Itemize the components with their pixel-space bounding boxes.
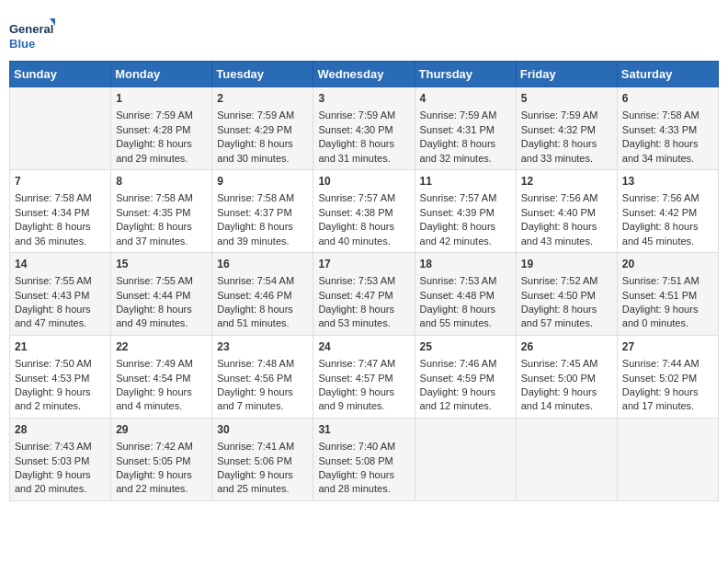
day-number: 26: [521, 339, 612, 355]
calendar-cell: 19Sunrise: 7:52 AM Sunset: 4:50 PM Dayli…: [516, 252, 617, 335]
day-info: Sunrise: 7:46 AM Sunset: 4:59 PM Dayligh…: [420, 357, 511, 414]
weekday-header-tuesday: Tuesday: [212, 62, 313, 87]
calendar-cell: 11Sunrise: 7:57 AM Sunset: 4:39 PM Dayli…: [415, 169, 516, 252]
weekday-header-row: SundayMondayTuesdayWednesdayThursdayFrid…: [10, 62, 719, 87]
weekday-header-thursday: Thursday: [415, 62, 516, 87]
day-number: 15: [116, 257, 207, 272]
day-info: Sunrise: 7:58 AM Sunset: 4:37 PM Dayligh…: [217, 191, 308, 248]
calendar-cell: 29Sunrise: 7:42 AM Sunset: 5:05 PM Dayli…: [111, 418, 212, 500]
calendar-cell: 30Sunrise: 7:41 AM Sunset: 5:06 PM Dayli…: [212, 418, 313, 500]
calendar-cell: 22Sunrise: 7:49 AM Sunset: 4:54 PM Dayli…: [111, 335, 212, 418]
day-number: 14: [15, 257, 106, 272]
day-info: Sunrise: 7:42 AM Sunset: 5:05 PM Dayligh…: [116, 440, 207, 497]
calendar-cell: 1Sunrise: 7:59 AM Sunset: 4:28 PM Daylig…: [111, 87, 212, 170]
calendar-cell: [415, 418, 516, 500]
logo-svg: General Blue: [9, 17, 55, 53]
weekday-header-friday: Friday: [516, 62, 617, 87]
day-number: 18: [420, 257, 511, 272]
day-number: 6: [622, 91, 713, 107]
day-info: Sunrise: 7:59 AM Sunset: 4:30 PM Dayligh…: [318, 109, 409, 166]
calendar-cell: 15Sunrise: 7:55 AM Sunset: 4:44 PM Dayli…: [111, 252, 212, 335]
day-number: 21: [15, 339, 106, 355]
day-info: Sunrise: 7:58 AM Sunset: 4:33 PM Dayligh…: [622, 109, 713, 166]
calendar-cell: 2Sunrise: 7:59 AM Sunset: 4:29 PM Daylig…: [212, 87, 313, 170]
day-number: 16: [217, 257, 308, 272]
day-number: 30: [217, 422, 308, 438]
weekday-header-wednesday: Wednesday: [313, 62, 415, 87]
calendar-cell: 28Sunrise: 7:43 AM Sunset: 5:03 PM Dayli…: [10, 418, 111, 500]
day-info: Sunrise: 7:51 AM Sunset: 4:51 PM Dayligh…: [622, 274, 713, 331]
day-info: Sunrise: 7:59 AM Sunset: 4:29 PM Dayligh…: [217, 109, 308, 166]
day-info: Sunrise: 7:44 AM Sunset: 5:02 PM Dayligh…: [622, 357, 713, 414]
week-row-5: 28Sunrise: 7:43 AM Sunset: 5:03 PM Dayli…: [10, 418, 719, 500]
day-number: 28: [15, 422, 106, 438]
day-number: 8: [116, 174, 207, 190]
day-number: 27: [622, 339, 713, 355]
calendar-cell: 13Sunrise: 7:56 AM Sunset: 4:42 PM Dayli…: [617, 169, 718, 252]
day-info: Sunrise: 7:59 AM Sunset: 4:32 PM Dayligh…: [521, 109, 612, 166]
day-number: 10: [318, 174, 409, 190]
week-row-4: 21Sunrise: 7:50 AM Sunset: 4:53 PM Dayli…: [10, 335, 719, 418]
calendar-cell: 14Sunrise: 7:55 AM Sunset: 4:43 PM Dayli…: [10, 252, 111, 335]
day-info: Sunrise: 7:59 AM Sunset: 4:28 PM Dayligh…: [116, 109, 207, 166]
page-header: General Blue: [9, 9, 719, 53]
day-number: 13: [622, 174, 713, 190]
day-info: Sunrise: 7:56 AM Sunset: 4:40 PM Dayligh…: [521, 191, 612, 248]
calendar-cell: [516, 418, 617, 500]
calendar-cell: 21Sunrise: 7:50 AM Sunset: 4:53 PM Dayli…: [10, 335, 111, 418]
day-info: Sunrise: 7:55 AM Sunset: 4:43 PM Dayligh…: [15, 274, 106, 331]
svg-text:Blue: Blue: [9, 37, 35, 51]
calendar-cell: 25Sunrise: 7:46 AM Sunset: 4:59 PM Dayli…: [415, 335, 516, 418]
calendar-cell: 16Sunrise: 7:54 AM Sunset: 4:46 PM Dayli…: [212, 252, 313, 335]
calendar-cell: 5Sunrise: 7:59 AM Sunset: 4:32 PM Daylig…: [516, 87, 617, 170]
day-info: Sunrise: 7:58 AM Sunset: 4:34 PM Dayligh…: [15, 191, 106, 248]
day-number: 7: [15, 174, 106, 190]
calendar-cell: 4Sunrise: 7:59 AM Sunset: 4:31 PM Daylig…: [415, 87, 516, 170]
day-number: 17: [318, 257, 409, 272]
day-number: 22: [116, 339, 207, 355]
day-info: Sunrise: 7:56 AM Sunset: 4:42 PM Dayligh…: [622, 191, 713, 248]
calendar-cell: 23Sunrise: 7:48 AM Sunset: 4:56 PM Dayli…: [212, 335, 313, 418]
calendar-table: SundayMondayTuesdayWednesdayThursdayFrid…: [9, 61, 719, 501]
day-number: 25: [420, 339, 511, 355]
calendar-cell: 18Sunrise: 7:53 AM Sunset: 4:48 PM Dayli…: [415, 252, 516, 335]
week-row-3: 14Sunrise: 7:55 AM Sunset: 4:43 PM Dayli…: [10, 252, 719, 335]
day-number: 24: [318, 339, 409, 355]
calendar-cell: 6Sunrise: 7:58 AM Sunset: 4:33 PM Daylig…: [617, 87, 718, 170]
week-row-1: 1Sunrise: 7:59 AM Sunset: 4:28 PM Daylig…: [10, 87, 719, 170]
day-info: Sunrise: 7:47 AM Sunset: 4:57 PM Dayligh…: [318, 357, 409, 414]
day-number: 3: [318, 91, 409, 107]
calendar-cell: [10, 87, 111, 170]
calendar-cell: 3Sunrise: 7:59 AM Sunset: 4:30 PM Daylig…: [313, 87, 415, 170]
day-info: Sunrise: 7:55 AM Sunset: 4:44 PM Dayligh…: [116, 274, 207, 331]
day-number: 11: [420, 174, 511, 190]
calendar-cell: 27Sunrise: 7:44 AM Sunset: 5:02 PM Dayli…: [617, 335, 718, 418]
day-info: Sunrise: 7:43 AM Sunset: 5:03 PM Dayligh…: [15, 440, 106, 497]
calendar-cell: 24Sunrise: 7:47 AM Sunset: 4:57 PM Dayli…: [313, 335, 415, 418]
svg-text:General: General: [9, 22, 53, 36]
calendar-cell: 12Sunrise: 7:56 AM Sunset: 4:40 PM Dayli…: [516, 169, 617, 252]
calendar-header: SundayMondayTuesdayWednesdayThursdayFrid…: [10, 62, 719, 87]
day-number: 5: [521, 91, 612, 107]
calendar-cell: 20Sunrise: 7:51 AM Sunset: 4:51 PM Dayli…: [617, 252, 718, 335]
day-info: Sunrise: 7:59 AM Sunset: 4:31 PM Dayligh…: [420, 109, 511, 166]
calendar-cell: 26Sunrise: 7:45 AM Sunset: 5:00 PM Dayli…: [516, 335, 617, 418]
day-info: Sunrise: 7:40 AM Sunset: 5:08 PM Dayligh…: [318, 440, 409, 497]
calendar-body: 1Sunrise: 7:59 AM Sunset: 4:28 PM Daylig…: [10, 87, 719, 501]
day-number: 2: [217, 91, 308, 107]
calendar-cell: 31Sunrise: 7:40 AM Sunset: 5:08 PM Dayli…: [313, 418, 415, 500]
weekday-header-sunday: Sunday: [10, 62, 111, 87]
calendar-cell: 9Sunrise: 7:58 AM Sunset: 4:37 PM Daylig…: [212, 169, 313, 252]
logo: General Blue: [9, 17, 55, 53]
calendar-cell: 8Sunrise: 7:58 AM Sunset: 4:35 PM Daylig…: [111, 169, 212, 252]
day-info: Sunrise: 7:49 AM Sunset: 4:54 PM Dayligh…: [116, 357, 207, 414]
calendar-cell: 7Sunrise: 7:58 AM Sunset: 4:34 PM Daylig…: [10, 169, 111, 252]
day-number: 20: [622, 257, 713, 272]
day-number: 29: [116, 422, 207, 438]
weekday-header-monday: Monday: [111, 62, 212, 87]
day-info: Sunrise: 7:41 AM Sunset: 5:06 PM Dayligh…: [217, 440, 308, 497]
week-row-2: 7Sunrise: 7:58 AM Sunset: 4:34 PM Daylig…: [10, 169, 719, 252]
day-info: Sunrise: 7:53 AM Sunset: 4:47 PM Dayligh…: [318, 274, 409, 331]
day-number: 4: [420, 91, 511, 107]
day-info: Sunrise: 7:54 AM Sunset: 4:46 PM Dayligh…: [217, 274, 308, 331]
